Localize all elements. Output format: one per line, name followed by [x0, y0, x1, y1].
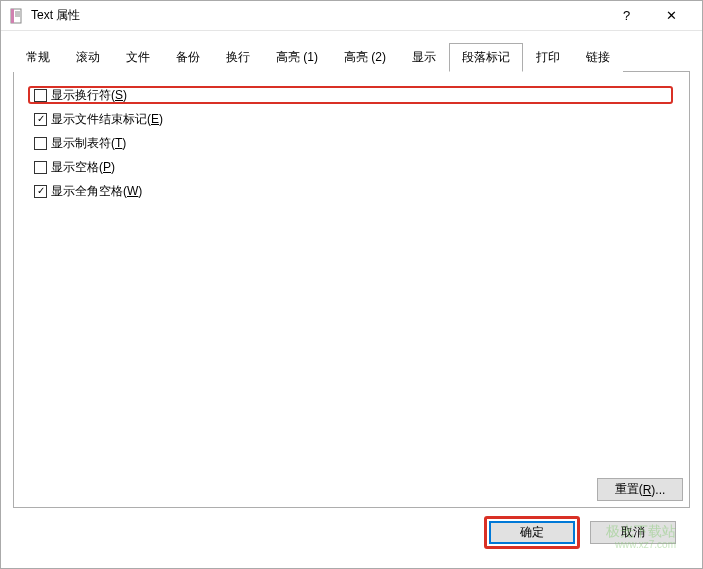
help-button[interactable]: ? [604, 2, 649, 30]
titlebar-controls: ? ✕ [604, 2, 694, 30]
close-button[interactable]: ✕ [649, 2, 694, 30]
option-label: 显示换行符(S) [51, 87, 127, 104]
svg-rect-1 [11, 9, 14, 23]
checkbox-list: 显示换行符(S) 显示文件结束标记(E) 显示制表符(T) [30, 86, 673, 200]
ok-button[interactable]: 确定 [489, 521, 575, 544]
tab-highlight1[interactable]: 高亮 (1) [263, 43, 331, 72]
tab-link[interactable]: 链接 [573, 43, 623, 72]
tab-general[interactable]: 常规 [13, 43, 63, 72]
reset-row: 重置(R)... [597, 478, 683, 501]
content-area: 常规 滚动 文件 备份 换行 高亮 (1) 高亮 (2) 显示 段落标记 打印 … [1, 31, 702, 568]
tab-display[interactable]: 显示 [399, 43, 449, 72]
tab-paragraph-marks[interactable]: 段落标记 [449, 43, 523, 72]
tab-panel: 显示换行符(S) 显示文件结束标记(E) 显示制表符(T) [13, 72, 690, 508]
footer: 确定 取消 极光下载站 www.xz7.com [13, 508, 690, 556]
checkbox-icon[interactable] [34, 137, 47, 150]
window-title: Text 属性 [31, 7, 604, 24]
option-show-eof[interactable]: 显示文件结束标记(E) [34, 110, 673, 128]
option-label: 显示全角空格(W) [51, 183, 142, 200]
tab-backup[interactable]: 备份 [163, 43, 213, 72]
tab-wrap[interactable]: 换行 [213, 43, 263, 72]
cancel-button[interactable]: 取消 [590, 521, 676, 544]
option-show-fullwidth-space[interactable]: 显示全角空格(W) [34, 182, 673, 200]
tab-print[interactable]: 打印 [523, 43, 573, 72]
dialog-window: Text 属性 ? ✕ 常规 滚动 文件 备份 换行 高亮 (1) 高亮 (2)… [0, 0, 703, 569]
option-label: 显示空格(P) [51, 159, 115, 176]
option-show-line-break[interactable]: 显示换行符(S) [28, 86, 673, 104]
checkbox-icon[interactable] [34, 89, 47, 102]
checkbox-icon[interactable] [34, 161, 47, 174]
option-label: 显示文件结束标记(E) [51, 111, 163, 128]
titlebar: Text 属性 ? ✕ [1, 1, 702, 31]
tab-highlight2[interactable]: 高亮 (2) [331, 43, 399, 72]
tab-scroll[interactable]: 滚动 [63, 43, 113, 72]
checkbox-icon[interactable] [34, 185, 47, 198]
reset-button[interactable]: 重置(R)... [597, 478, 683, 501]
tabs-container: 常规 滚动 文件 备份 换行 高亮 (1) 高亮 (2) 显示 段落标记 打印 … [13, 43, 690, 72]
option-show-space[interactable]: 显示空格(P) [34, 158, 673, 176]
app-icon [9, 8, 25, 24]
ok-highlight-box: 确定 [484, 516, 580, 549]
option-label: 显示制表符(T) [51, 135, 126, 152]
option-show-tab[interactable]: 显示制表符(T) [34, 134, 673, 152]
tab-file[interactable]: 文件 [113, 43, 163, 72]
checkbox-icon[interactable] [34, 113, 47, 126]
